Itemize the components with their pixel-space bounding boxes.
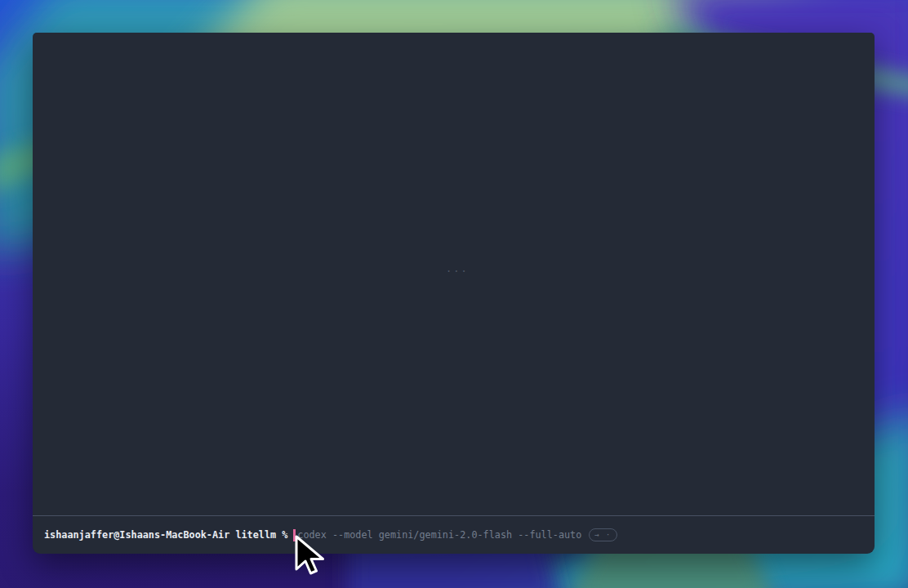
shell-prompt: ishaanjaffer@Ishaans-MacBook-Air litellm…	[44, 529, 287, 541]
text-caret	[293, 529, 296, 541]
desktop: ... ishaanjaffer@Ishaans-MacBook-Air lit…	[0, 0, 908, 588]
autosuggestion-text: codex --model gemini/gemini-2.0-flash --…	[297, 529, 581, 541]
accept-suggestion-hint-pill: → ·	[589, 528, 616, 541]
terminal-output: ...	[33, 33, 875, 515]
loading-indicator: ...	[446, 263, 469, 274]
terminal-window[interactable]: ... ishaanjaffer@Ishaans-MacBook-Air lit…	[33, 33, 875, 554]
terminal-prompt-line[interactable]: ishaanjaffer@Ishaans-MacBook-Air litellm…	[33, 515, 875, 554]
